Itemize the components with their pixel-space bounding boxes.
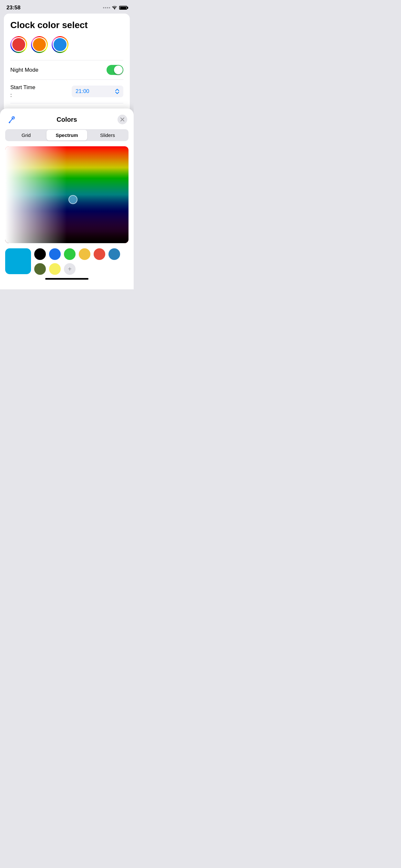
swatch-dark-olive[interactable] (34, 263, 46, 275)
add-swatch-button[interactable]: + (64, 263, 75, 275)
spectrum-cursor (68, 195, 78, 204)
swatch-gold[interactable] (79, 248, 90, 260)
status-bar: 23:58 (0, 0, 134, 13)
tab-spectrum[interactable]: Spectrum (47, 130, 87, 141)
status-time: 23:58 (6, 4, 20, 11)
sheet-title: Colors (57, 116, 77, 123)
spectrum-gradient (5, 146, 128, 243)
eyedropper-button[interactable] (6, 114, 17, 125)
svg-point-0 (114, 9, 115, 10)
close-button[interactable] (118, 115, 127, 124)
tab-sliders[interactable]: Sliders (87, 130, 128, 141)
night-mode-row: Night Mode (10, 60, 123, 80)
night-mode-toggle[interactable] (106, 65, 123, 75)
sheet-header: Colors (0, 108, 134, 129)
tab-grid[interactable]: Grid (6, 130, 47, 141)
svg-line-4 (12, 117, 14, 119)
start-time-picker[interactable]: 21:00 (72, 86, 123, 97)
signal-icon (103, 7, 110, 8)
color-circles-row (10, 36, 123, 53)
spectrum-picker[interactable] (5, 146, 128, 243)
color-circle-2[interactable] (52, 36, 68, 53)
tab-control: Grid Spectrum Sliders (5, 129, 128, 141)
swatches-row-1 (34, 248, 128, 260)
swatch-red[interactable] (94, 248, 105, 260)
swatches-row-2: + (34, 263, 128, 275)
start-time-value: 21:00 (75, 88, 89, 95)
battery-icon (119, 6, 127, 10)
colors-sheet: Colors Grid Spectrum Sliders (0, 108, 134, 289)
page-title: Clock color select (10, 20, 123, 30)
current-color-preview (5, 248, 31, 274)
status-icons (103, 6, 127, 10)
start-time-label: Start Time: (10, 84, 35, 99)
toggle-knob (114, 66, 123, 74)
swatches-area: + (0, 248, 134, 275)
color-circle-0[interactable] (10, 36, 27, 53)
wifi-icon (112, 6, 117, 10)
start-time-chevron (115, 89, 120, 94)
color-circle-1[interactable] (31, 36, 48, 53)
swatches-grid: + (34, 248, 128, 275)
night-mode-label: Night Mode (10, 67, 38, 73)
swatch-black[interactable] (34, 248, 46, 260)
swatch-steel-blue[interactable] (109, 248, 120, 260)
swatch-light-yellow[interactable] (49, 263, 61, 275)
start-time-row: Start Time: 21:00 (10, 80, 123, 103)
home-indicator (45, 278, 89, 280)
swatch-blue[interactable] (49, 248, 61, 260)
swatch-green[interactable] (64, 248, 75, 260)
